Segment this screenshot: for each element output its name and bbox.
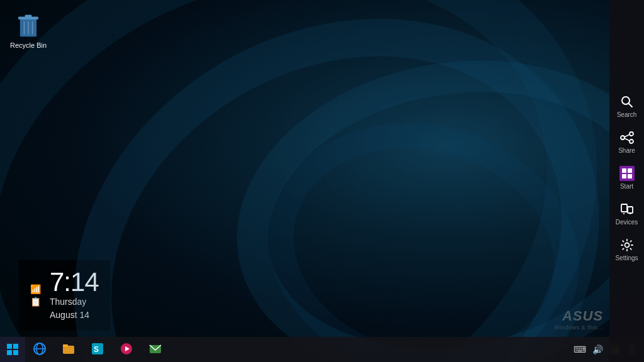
recycle-bin-label: Recycle Bin (10, 41, 47, 49)
taskbar-app-media[interactable] (112, 337, 141, 362)
svg-point-24 (630, 140, 633, 143)
settings-charm-label: Settings (615, 255, 638, 261)
share-charm-icon (619, 130, 635, 145)
asus-logo-text: ASUS (562, 308, 603, 324)
svg-rect-32 (628, 207, 633, 213)
devices-charm-icon (619, 202, 635, 217)
svg-point-23 (630, 132, 633, 136)
start-charm-icon (619, 166, 635, 181)
volume-tray-icon[interactable]: 🔊 (591, 343, 605, 356)
taskbar-app-mail[interactable] (141, 337, 170, 362)
taskbar: S ⌨ 🔊 📶 🔋 (0, 337, 644, 362)
charm-devices[interactable]: Devices (609, 195, 644, 231)
settings-charm-icon (619, 238, 635, 253)
svg-rect-9 (13, 350, 18, 355)
asus-watermark: ASUS Windows & this... (554, 308, 603, 331)
charm-share[interactable]: Share (609, 124, 644, 160)
calendar-icon: 📋 (30, 297, 41, 307)
svg-rect-7 (13, 344, 18, 349)
charm-start[interactable]: Start (609, 160, 644, 195)
devices-charm-label: Devices (616, 219, 638, 226)
taskbar-apps: S (25, 337, 567, 362)
svg-rect-2 (25, 15, 31, 18)
svg-rect-14 (63, 344, 68, 347)
svg-rect-29 (622, 174, 626, 178)
keyboard-tray-icon[interactable]: ⌨ (572, 343, 588, 356)
taskbar-start-button[interactable] (0, 337, 25, 362)
windows-version-text: Windows & this... (554, 324, 603, 331)
svg-line-25 (625, 134, 630, 137)
charm-search[interactable]: Search (609, 88, 644, 124)
svg-point-35 (625, 243, 629, 247)
svg-rect-6 (7, 344, 12, 349)
svg-rect-30 (628, 174, 632, 178)
taskbar-app-store[interactable]: S (83, 337, 112, 362)
taskbar-app-ie[interactable] (25, 337, 54, 362)
svg-point-22 (621, 136, 625, 140)
clock-time: 7:14 (50, 269, 99, 295)
search-charm-icon (619, 94, 635, 109)
signal-icon: 📶 (30, 284, 41, 294)
clock-date: Thursday August 14 (50, 295, 99, 322)
search-charm-label: Search (617, 111, 637, 118)
desktop: Recycle Bin 📶 📋 7:14 Thursday August 14 … (0, 0, 644, 362)
svg-line-26 (625, 138, 630, 141)
svg-rect-28 (628, 168, 632, 173)
svg-line-21 (628, 103, 632, 107)
recycle-bin-icon[interactable]: Recycle Bin (6, 6, 50, 53)
charms-bar: Search Share Start (609, 0, 644, 362)
start-charm-label: Start (620, 183, 633, 190)
svg-rect-31 (621, 204, 627, 212)
clock-widget: 📶 📋 7:14 Thursday August 14 (19, 260, 110, 331)
share-charm-label: Share (618, 147, 635, 154)
svg-rect-27 (622, 168, 626, 173)
charm-settings[interactable]: Settings (609, 231, 644, 267)
clock-status-icons: 📶 📋 (30, 284, 41, 307)
svg-rect-8 (7, 350, 12, 355)
taskbar-app-explorer[interactable] (54, 337, 83, 362)
svg-text:S: S (94, 345, 99, 354)
